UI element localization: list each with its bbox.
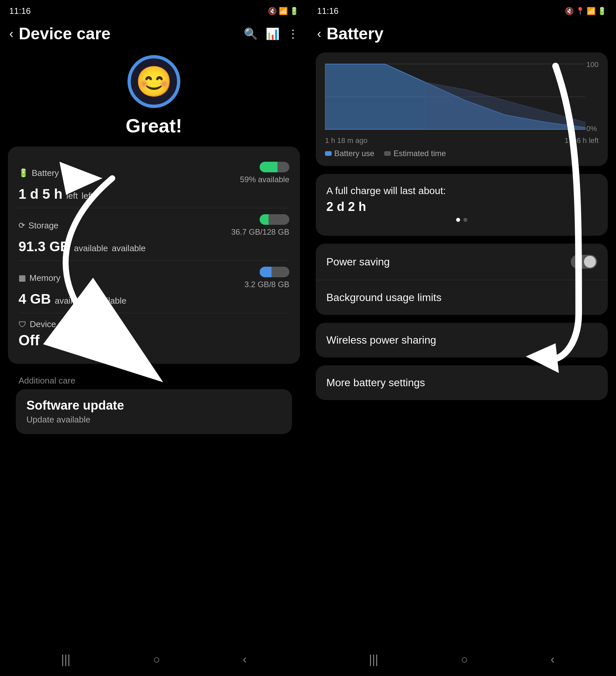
- home-button-right[interactable]: ○: [461, 653, 468, 666]
- chart-x-left: 1 h 18 m ago: [325, 136, 367, 145]
- storage-stats: 36.7 GB/128 GB: [231, 227, 289, 237]
- memory-item[interactable]: ▦ Memory 3.2 GB/8 GB 4 GB available avai…: [18, 261, 289, 313]
- storage-toggle: [260, 214, 289, 225]
- chart-y-min: 0%: [586, 124, 599, 133]
- legend-dot-estimated: [384, 151, 391, 156]
- more-icon[interactable]: ⋮: [287, 27, 299, 40]
- software-update-card[interactable]: Software update Update available: [16, 389, 292, 434]
- software-update-subtitle: Update available: [27, 414, 281, 425]
- battery-suffix: left: [66, 191, 78, 201]
- protection-icon: 🛡: [18, 320, 27, 329]
- battery-item[interactable]: 🔋 Battery 59% available 1 d 5 h left lef…: [18, 156, 289, 208]
- chart-legend: Battery use Estimated time: [325, 149, 599, 158]
- chart-x-right: 1 d 6 h left: [564, 136, 599, 145]
- back-button-right[interactable]: ‹: [317, 27, 321, 41]
- page-dots: [326, 214, 597, 226]
- page-title-right: Battery: [327, 24, 606, 43]
- status-bar-left: 11:16 🔇 📶 🔋: [0, 0, 308, 19]
- top-bar-right: ‹ Battery: [308, 19, 616, 49]
- wireless-power-sharing-card[interactable]: Wireless power sharing: [316, 323, 608, 357]
- memory-icon: ▦: [18, 273, 26, 283]
- recents-button-left[interactable]: |||: [61, 653, 70, 666]
- dot-1: [456, 218, 460, 222]
- legend-battery-use: Battery use: [325, 149, 374, 158]
- status-bar-right: 11:16 🔇 📍 📶 🔋: [308, 0, 616, 19]
- home-button-left[interactable]: ○: [153, 653, 160, 666]
- battery-icon: 🔋: [18, 168, 29, 178]
- power-saving-item[interactable]: Power saving: [316, 243, 608, 280]
- additional-care-label: Additional care: [8, 370, 300, 389]
- protection-value: Off: [18, 332, 289, 349]
- background-usage-item[interactable]: Background usage limits: [316, 280, 608, 315]
- bottom-nav-right: ||| ○ ‹: [308, 643, 616, 676]
- back-button-left[interactable]: ‹: [9, 27, 13, 41]
- battery-available: 59% available: [240, 175, 289, 184]
- chart-icon[interactable]: 📊: [265, 27, 279, 40]
- storage-icon: ⟳: [18, 221, 25, 230]
- battery-chart: 100 0%: [325, 60, 599, 133]
- status-icon-circle: 😊: [127, 55, 181, 108]
- time-right: 11:16: [317, 6, 339, 16]
- background-usage-label: Background usage limits: [326, 291, 442, 304]
- storage-label: Storage: [29, 221, 58, 231]
- search-icon[interactable]: 🔍: [244, 27, 258, 40]
- power-saving-toggle[interactable]: [571, 255, 597, 269]
- power-settings-card: Power saving Background usage limits: [316, 243, 608, 315]
- back-nav-button-right[interactable]: ‹: [551, 653, 555, 666]
- bottom-nav-left: ||| ○ ‹: [0, 643, 308, 676]
- back-nav-button-left[interactable]: ‹: [243, 653, 247, 666]
- top-bar-left: ‹ Device care 🔍 📊 ⋮: [0, 19, 308, 49]
- power-saving-label: Power saving: [326, 256, 390, 268]
- full-charge-value: 2 d 2 h: [326, 200, 597, 214]
- hero-status-text: Great!: [126, 115, 182, 137]
- smiley-face-icon: 😊: [136, 64, 172, 99]
- chart-y-labels: 100 0%: [586, 60, 599, 133]
- status-icons-right: 🔇 📍 📶 🔋: [565, 7, 606, 15]
- chart-x-labels: 1 h 18 m ago 1 d 6 h left: [325, 136, 599, 145]
- device-protection-item[interactable]: 🛡 Device protection Off: [18, 313, 289, 354]
- battery-chart-card: 100 0% 1 h 18 m ago 1 d 6 h left Battery…: [316, 53, 608, 166]
- top-bar-actions: 🔍 📊 ⋮: [244, 27, 299, 40]
- legend-estimated: Estimated time: [384, 149, 446, 158]
- storage-item[interactable]: ⟳ Storage 36.7 GB/128 GB 91.3 GB availab…: [18, 208, 289, 261]
- memory-stats: 3.2 GB/8 GB: [244, 280, 289, 289]
- more-battery-settings-label: More battery settings: [326, 377, 425, 389]
- protection-label: Device protection: [30, 319, 96, 329]
- full-charge-card: A full charge will last about: 2 d 2 h: [316, 174, 608, 236]
- legend-dot-battery: [325, 151, 331, 156]
- wireless-power-sharing-label: Wireless power sharing: [326, 334, 436, 346]
- more-battery-settings-card[interactable]: More battery settings: [316, 365, 608, 400]
- full-charge-label: A full charge will last about:: [326, 184, 597, 198]
- time-left: 11:16: [9, 6, 31, 16]
- hero-section: 😊 Great!: [0, 49, 308, 147]
- chart-y-max: 100: [586, 60, 599, 69]
- battery-label: Battery: [32, 168, 59, 178]
- software-update-title: Software update: [27, 398, 281, 412]
- memory-toggle: [260, 267, 289, 277]
- battery-toggle: [260, 162, 289, 172]
- memory-label: Memory: [30, 273, 60, 283]
- status-icons-left: 🔇 📶 🔋: [268, 7, 299, 15]
- recents-button-right[interactable]: |||: [369, 653, 378, 666]
- cards-container: 🔋 Battery 59% available 1 d 5 h left lef…: [0, 147, 308, 434]
- dot-2: [463, 218, 467, 222]
- main-care-card: 🔋 Battery 59% available 1 d 5 h left lef…: [8, 147, 300, 364]
- svg-marker-6: [425, 82, 585, 129]
- battery-value: 1 d 5 h: [18, 186, 62, 202]
- page-title-left: Device care: [19, 24, 239, 43]
